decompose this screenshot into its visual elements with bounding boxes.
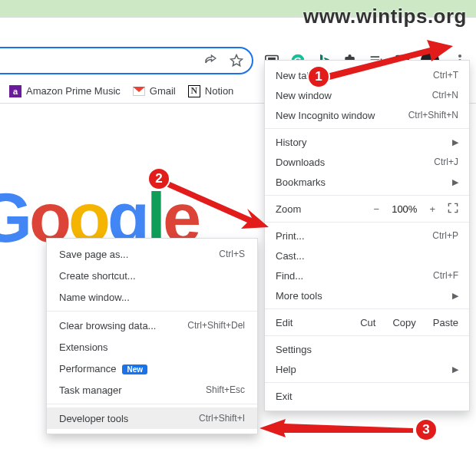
- annotation-arrow-2: [161, 175, 269, 236]
- chevron-right-icon: ▶: [452, 291, 458, 301]
- submenu-name-window[interactable]: Name window...: [47, 286, 257, 308]
- submenu-save-page[interactable]: Save page as...Ctrl+S: [47, 243, 257, 265]
- chevron-right-icon: ▶: [452, 137, 458, 147]
- submenu-task-manager[interactable]: Task managerShift+Esc: [47, 379, 257, 401]
- zoom-in-button[interactable]: +: [429, 203, 435, 215]
- svg-point-11: [458, 54, 461, 58]
- menu-more-tools[interactable]: More tools▶: [265, 285, 469, 305]
- menu-find[interactable]: Find...Ctrl+F: [265, 266, 469, 285]
- bookmark-label: Amazon Prime Music: [26, 85, 121, 97]
- menu-help[interactable]: Help▶: [265, 359, 469, 379]
- svg-marker-0: [231, 55, 243, 66]
- bookmark-amazon-prime-music[interactable]: a Amazon Prime Music: [9, 85, 121, 97]
- chrome-main-menu: New tabCtrl+T New windowCtrl+N New Incog…: [264, 60, 470, 411]
- menu-exit[interactable]: Exit: [265, 386, 469, 406]
- notion-icon: N: [188, 85, 200, 97]
- menu-edit: Edit Cut Copy Paste: [265, 312, 469, 332]
- menu-settings[interactable]: Settings: [265, 339, 469, 359]
- menu-separator: [265, 382, 469, 383]
- menu-separator: [47, 311, 257, 312]
- annotation-arrow-1: [315, 40, 453, 86]
- menu-print[interactable]: Print...Ctrl+P: [265, 226, 469, 246]
- menu-history[interactable]: History▶: [265, 132, 469, 152]
- bookmark-label: Gmail: [150, 85, 176, 97]
- edit-paste[interactable]: Paste: [433, 317, 458, 328]
- annotation-arrow-3: [259, 419, 413, 437]
- menu-incognito[interactable]: New Incognito windowCtrl+Shift+N: [265, 105, 469, 125]
- step-marker-1: 1: [307, 65, 330, 88]
- bookmark-star-icon[interactable]: [229, 53, 244, 68]
- menu-cast[interactable]: Cast...: [265, 246, 469, 266]
- step-marker-3: 3: [415, 418, 438, 441]
- chevron-right-icon: ▶: [452, 364, 458, 374]
- edit-copy[interactable]: Copy: [392, 317, 415, 328]
- fullscreen-icon[interactable]: [448, 203, 458, 216]
- menu-downloads[interactable]: DownloadsCtrl+J: [265, 152, 469, 172]
- address-bar[interactable]: [0, 47, 253, 74]
- edit-cut[interactable]: Cut: [360, 317, 375, 328]
- submenu-developer-tools[interactable]: Developer toolsCtrl+Shift+I: [47, 407, 257, 429]
- more-tools-submenu: Save page as...Ctrl+S Create shortcut...…: [46, 238, 258, 434]
- menu-bookmarks[interactable]: Bookmarks▶: [265, 172, 469, 192]
- submenu-clear-browsing-data[interactable]: Clear browsing data...Ctrl+Shift+Del: [47, 315, 257, 336]
- menu-new-window[interactable]: New windowCtrl+N: [265, 85, 469, 105]
- bookmark-notion[interactable]: N Notion: [188, 85, 234, 97]
- step-marker-2: 2: [147, 167, 170, 190]
- share-icon[interactable]: [203, 53, 218, 68]
- zoom-out-button[interactable]: −: [374, 203, 380, 215]
- submenu-performance[interactable]: PerformanceNew: [47, 358, 257, 379]
- menu-zoom: Zoom − 100% +: [265, 199, 469, 219]
- submenu-create-shortcut[interactable]: Create shortcut...: [47, 265, 257, 286]
- menu-separator: [265, 335, 469, 336]
- new-badge: New: [122, 364, 147, 374]
- menu-separator: [265, 128, 469, 129]
- menu-separator: [265, 308, 469, 309]
- apm-icon: a: [9, 85, 21, 97]
- bookmark-label: Notion: [205, 85, 234, 97]
- zoom-level: 100%: [392, 203, 417, 215]
- menu-separator: [265, 222, 469, 223]
- menu-separator: [265, 195, 469, 196]
- bookmark-gmail[interactable]: Gmail: [133, 85, 176, 97]
- menu-separator: [47, 404, 257, 404]
- gmail-icon: [133, 85, 145, 97]
- chevron-right-icon: ▶: [452, 177, 458, 187]
- submenu-extensions[interactable]: Extensions: [47, 336, 257, 358]
